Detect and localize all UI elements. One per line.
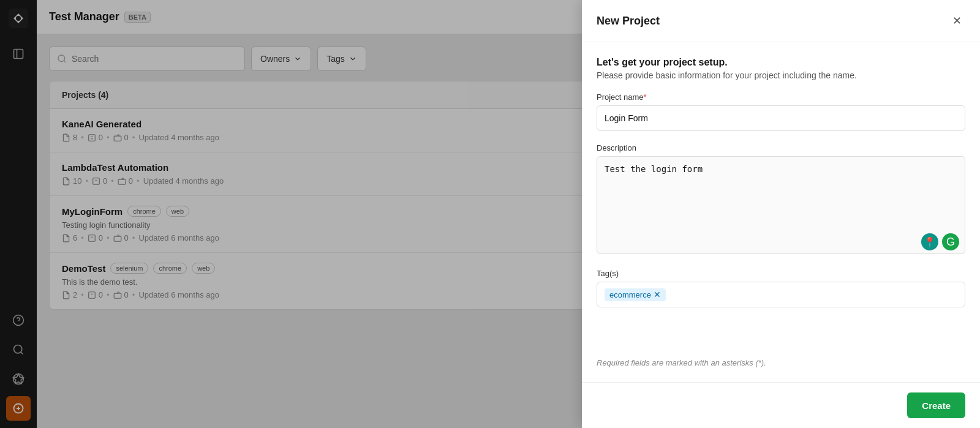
- grammarly-icon[interactable]: G: [942, 233, 959, 250]
- tags-input-area[interactable]: ecommerce ✕: [597, 282, 965, 307]
- tag-chip-ecommerce: ecommerce ✕: [605, 288, 666, 301]
- close-button[interactable]: ✕: [948, 12, 965, 29]
- description-group: Description Test the login form 📍 G: [597, 143, 965, 257]
- tag-remove-ecommerce[interactable]: ✕: [654, 290, 661, 299]
- panel-title: New Project: [597, 15, 660, 28]
- textarea-wrapper: Test the login form 📍 G: [597, 156, 965, 257]
- textarea-icons: 📍 G: [921, 233, 959, 250]
- project-name-label: Project name*: [597, 92, 965, 102]
- pin-icon[interactable]: 📍: [921, 233, 938, 250]
- project-name-input[interactable]: [597, 105, 965, 131]
- panel-intro-title: Let's get your project setup.: [597, 57, 965, 68]
- tags-group: Tag(s) ecommerce ✕: [597, 269, 965, 307]
- required-note: Required fields are marked with an aster…: [597, 358, 965, 367]
- description-textarea[interactable]: Test the login form: [597, 156, 965, 254]
- project-name-group: Project name*: [597, 92, 965, 131]
- tags-label: Tag(s): [597, 269, 965, 278]
- new-project-panel: New Project ✕ Let's get your project set…: [582, 0, 980, 428]
- panel-intro: Let's get your project setup. Please pro…: [597, 57, 965, 80]
- description-label: Description: [597, 143, 965, 152]
- panel-intro-desc: Please provide basic information for you…: [597, 70, 965, 80]
- panel-footer: Create: [582, 382, 980, 428]
- create-button[interactable]: Create: [907, 392, 965, 418]
- panel-body: Let's get your project setup. Please pro…: [582, 42, 980, 382]
- panel-header: New Project ✕: [582, 0, 980, 42]
